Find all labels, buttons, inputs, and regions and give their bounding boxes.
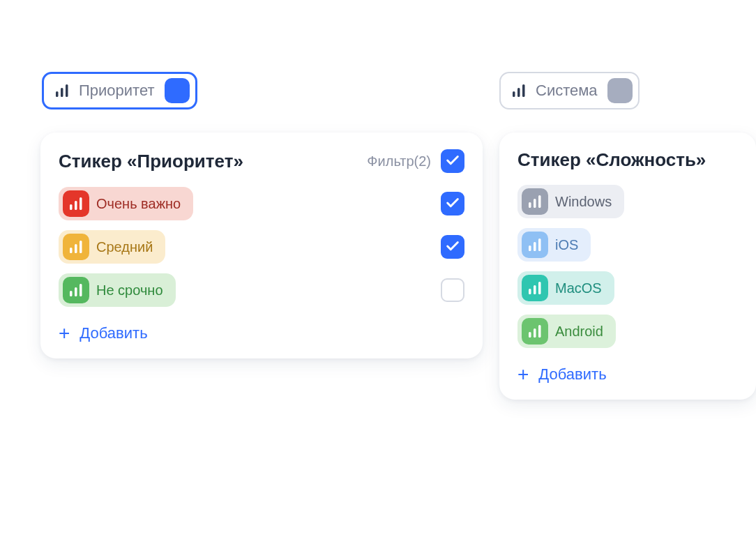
tag-label: Не срочно [96,282,163,298]
plus-icon: + [517,365,529,384]
tag-label: Windows [555,194,612,210]
tag-list: Очень важно Средний Не срочно [59,187,464,307]
bars-icon [63,277,89,303]
bars-icon [522,318,548,345]
tag-row: Не срочно [59,273,464,307]
bars-icon [522,275,548,301]
tag-row: Очень важно [59,187,464,220]
tag-row: Windows [517,185,738,218]
filter-chip-priority[interactable]: Приоритет [42,72,197,109]
filter-count-label: Фильтр(2) [367,153,431,169]
funnel-icon [165,78,190,103]
tag-label: MacOS [555,280,602,296]
funnel-icon [607,78,633,103]
filter-chip-label: Приоритет [79,82,155,100]
bars-icon [511,83,527,98]
bars-icon [63,234,89,260]
priority-tag[interactable]: Не срочно [59,273,176,307]
bars-icon [522,188,548,215]
tag-row: MacOS [517,271,738,305]
add-tag-label: Добавить [538,365,606,384]
add-tag-button[interactable]: + Добавить [59,319,464,343]
card-title: Стикер «Приоритет» [59,151,243,172]
filter-chip-system[interactable]: Система [499,72,640,109]
tag-row: iOS [517,228,738,262]
sticker-card-priority: Стикер «Приоритет» Фильтр(2) Очень важно… [40,133,483,358]
sticker-card-system: Стикер «Сложность» Windows iOS MacOS [499,133,756,400]
tag-label: Средний [96,239,153,255]
bars-icon [63,190,89,217]
tag-checkbox[interactable] [441,235,464,259]
priority-tag[interactable]: Очень важно [59,187,193,220]
system-tag[interactable]: Windows [517,185,624,218]
tag-checkbox[interactable] [441,278,464,302]
card-title: Стикер «Сложность» [517,149,706,171]
bars-icon [522,232,548,258]
tag-label: iOS [555,237,578,253]
priority-tag[interactable]: Средний [59,230,165,264]
add-tag-label: Добавить [80,324,147,342]
tag-checkbox[interactable] [441,192,464,215]
filter-master-checkbox[interactable] [441,149,464,173]
system-tag[interactable]: Android [517,315,616,348]
system-tag[interactable]: iOS [517,228,591,262]
tag-row: Средний [59,230,464,264]
system-tag[interactable]: MacOS [517,271,614,305]
bars-icon [54,83,70,98]
tag-label: Android [555,324,603,340]
tag-list: Windows iOS MacOS Android [517,185,738,348]
filter-chip-label: Система [536,82,598,100]
tag-label: Очень важно [96,196,181,212]
plus-icon: + [59,324,70,343]
tag-row: Android [517,315,738,348]
add-tag-button[interactable]: + Добавить [517,361,738,384]
